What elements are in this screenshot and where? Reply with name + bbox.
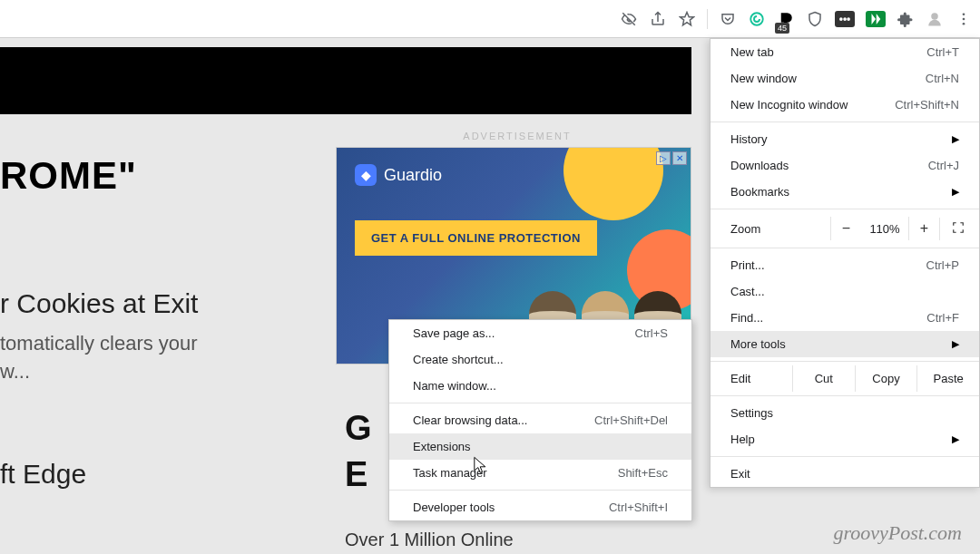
ad-choices[interactable]: ▷✕: [656, 151, 687, 165]
paste-button[interactable]: Paste: [916, 365, 979, 392]
extension-d-icon[interactable]: 45: [777, 10, 795, 28]
svg-point-0: [750, 13, 763, 25]
menu-more-tools[interactable]: More tools▶: [710, 331, 979, 357]
menu-edit-row: Edit Cut Copy Paste: [710, 365, 979, 392]
menu-separator: [710, 456, 979, 457]
article-title: r Cookies at Exit: [0, 288, 254, 319]
black-banner: [0, 47, 691, 114]
shield-icon: ◆: [355, 164, 377, 186]
menu-new-window[interactable]: New windowCtrl+N: [710, 65, 979, 92]
submenu-create-shortcut[interactable]: Create shortcut...: [389, 346, 691, 373]
menu-separator: [710, 209, 979, 209]
chevron-right-icon: ▶: [952, 133, 959, 145]
menu-find[interactable]: Find...Ctrl+F: [710, 305, 979, 331]
cut-button[interactable]: Cut: [792, 365, 855, 392]
menu-new-incognito[interactable]: New Incognito windowCtrl+Shift+N: [710, 92, 979, 118]
submenu-save-page-as[interactable]: Save page as...Ctrl+S: [389, 320, 691, 346]
menu-cast[interactable]: Cast...: [710, 278, 979, 305]
left-column: ROME" r Cookies at Exit tomatically clea…: [0, 154, 254, 490]
menu-separator: [710, 395, 979, 396]
submenu-task-manager[interactable]: Task managerShift+Esc: [389, 460, 691, 486]
watermark: groovyPost.com: [833, 521, 962, 545]
menu-history[interactable]: History▶: [710, 126, 979, 152]
ad-label: ADVERTISEMENT: [336, 131, 699, 141]
menu-print[interactable]: Print...Ctrl+P: [710, 252, 979, 278]
kebab-menu-icon[interactable]: [955, 10, 973, 28]
svg-point-1: [931, 13, 938, 20]
badge-count: 45: [775, 23, 789, 34]
share-icon[interactable]: [649, 10, 667, 28]
heading-fragment: ROME": [0, 154, 254, 198]
zoom-out-button[interactable]: −: [830, 217, 861, 240]
chevron-right-icon: ▶: [952, 433, 959, 445]
star-icon[interactable]: [678, 10, 696, 28]
extension-play-icon[interactable]: [866, 11, 886, 27]
zoom-in-button[interactable]: +: [908, 217, 939, 240]
svg-point-4: [963, 22, 965, 24]
mid-heading: G E: [345, 405, 372, 499]
submenu-name-window[interactable]: Name window...: [389, 373, 691, 399]
submenu-clear-browsing-data[interactable]: Clear browsing data...Ctrl+Shift+Del: [389, 407, 691, 433]
ublock-icon[interactable]: [806, 10, 824, 28]
copy-button[interactable]: Copy: [855, 365, 917, 392]
pocket-icon[interactable]: [719, 10, 737, 28]
submenu-extensions[interactable]: Extensions: [389, 433, 691, 460]
zoom-label: Zoom: [730, 222, 830, 236]
menu-bookmarks[interactable]: Bookmarks▶: [710, 179, 979, 205]
profile-avatar-icon[interactable]: [926, 10, 944, 28]
submenu-developer-tools[interactable]: Developer toolsCtrl+Shift+I: [389, 494, 691, 520]
eye-off-icon[interactable]: [620, 10, 638, 28]
menu-help[interactable]: Help▶: [710, 426, 979, 452]
zoom-value: 110%: [861, 222, 908, 236]
fullscreen-button[interactable]: [939, 218, 975, 240]
svg-point-3: [963, 17, 965, 20]
grammarly-icon[interactable]: [748, 10, 766, 28]
menu-separator: [389, 403, 691, 403]
menu-settings[interactable]: Settings: [710, 400, 979, 426]
extension-dots-icon[interactable]: •••: [835, 11, 855, 27]
edge-fragment: ft Edge: [0, 459, 254, 490]
svg-point-2: [963, 13, 965, 15]
menu-separator: [710, 248, 979, 248]
menu-zoom-row: Zoom − 110% +: [710, 213, 979, 244]
menu-separator: [710, 121, 979, 122]
menu-downloads[interactable]: DownloadsCtrl+J: [710, 152, 979, 179]
edit-label: Edit: [710, 365, 792, 392]
browser-toolbar: 45 •••: [0, 0, 980, 38]
ad-decor-circle: [564, 147, 663, 220]
article-body: tomatically clears your w...: [0, 330, 254, 386]
ad-cta-button[interactable]: GET A FULL ONLINE PROTECTION: [355, 220, 597, 256]
toolbar-separator: [707, 9, 708, 29]
menu-exit[interactable]: Exit: [710, 461, 979, 487]
chrome-main-menu: New tabCtrl+T New windowCtrl+N New Incog…: [710, 38, 980, 488]
menu-separator: [710, 361, 979, 362]
menu-new-tab[interactable]: New tabCtrl+T: [710, 39, 979, 65]
extensions-puzzle-icon[interactable]: [897, 10, 915, 28]
chevron-right-icon: ▶: [952, 186, 959, 198]
more-tools-submenu: Save page as...Ctrl+S Create shortcut...…: [388, 319, 692, 521]
chevron-right-icon: ▶: [952, 338, 959, 350]
menu-separator: [389, 490, 691, 491]
mid-subtext: Over 1 Million Online: [345, 530, 514, 550]
